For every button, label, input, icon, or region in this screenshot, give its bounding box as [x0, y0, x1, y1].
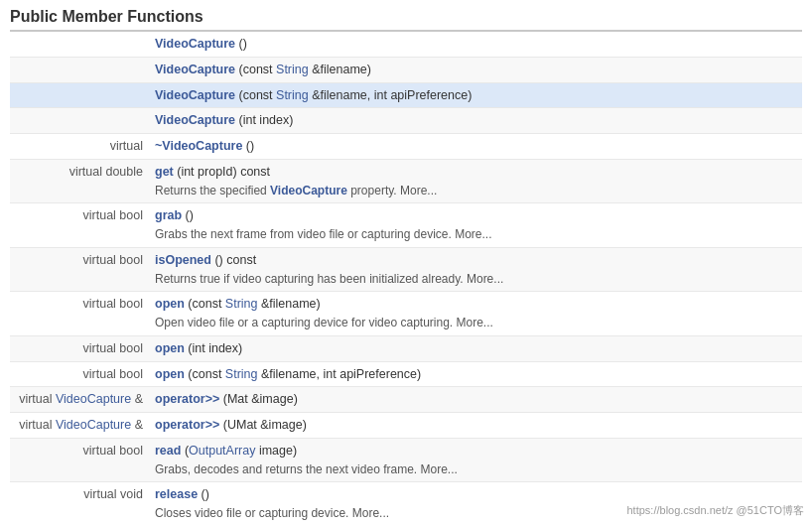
member-link[interactable]: VideoCapture — [155, 63, 235, 76]
modifier-cell: virtual bool — [10, 361, 149, 387]
modifier-cell: virtual double — [10, 159, 149, 203]
member-cell: operator>> (UMat &image) — [149, 413, 802, 439]
modifier-cell: virtual bool — [10, 438, 149, 482]
modifier-cell: virtual VideoCapture & — [10, 387, 149, 413]
member-cell: open (int index) — [149, 335, 802, 361]
modifier-cell — [10, 108, 149, 134]
member-link[interactable]: VideoCapture — [155, 88, 235, 102]
table-row: virtual VideoCapture & operator>> (UMat … — [10, 413, 802, 439]
modifier-cell: virtual bool — [10, 335, 149, 361]
member-cell: operator>> (Mat &image) — [149, 387, 802, 413]
member-link[interactable]: open — [155, 341, 185, 355]
member-link[interactable]: VideoCapture — [155, 37, 235, 51]
modifier-cell — [10, 82, 149, 108]
member-link[interactable]: open — [155, 297, 185, 311]
desc-link[interactable]: VideoCapture — [270, 184, 347, 197]
modifier-cell: virtual bool — [10, 247, 149, 292]
section-title: Public Member Functions — [10, 8, 802, 32]
table-row: VideoCapture (const String &filename) — [10, 57, 802, 82]
member-cell: open (const String &filename, int apiPre… — [149, 361, 802, 387]
table-row: virtual bool open (const String &filenam… — [10, 292, 802, 336]
string-link[interactable]: String — [225, 297, 258, 311]
member-cell: VideoCapture (const String &filename, in… — [149, 82, 802, 108]
modifier-cell: virtual bool — [10, 292, 149, 336]
table-row: virtual ~VideoCapture () — [10, 134, 802, 160]
desc-text: Grabs, decodes and returns the next vide… — [155, 462, 458, 476]
member-cell: grab () Grabs the next frame from video … — [149, 203, 802, 248]
watermark: https://blog.csdn.net/z @51CTO博客 — [627, 503, 805, 518]
vc-link[interactable]: VideoCapture — [56, 418, 131, 432]
modifier-cell: virtual void — [10, 482, 149, 526]
member-link[interactable]: release — [155, 487, 198, 501]
desc-text: Open video file or a capturing device fo… — [155, 316, 493, 329]
member-cell: open (const String &filename) Open video… — [149, 292, 802, 336]
table-row: virtual bool open (const String &filenam… — [10, 361, 802, 387]
outputarray-link[interactable]: OutputArray — [189, 444, 255, 458]
table-row: virtual bool grab () Grabs the next fram… — [10, 203, 802, 248]
member-cell: read (OutputArray image) Grabs, decodes … — [149, 438, 802, 482]
modifier-cell — [10, 57, 149, 82]
member-cell: ~VideoCapture () — [149, 134, 802, 160]
table-row: VideoCapture (int index) — [10, 108, 802, 134]
modifier-cell: virtual VideoCapture & — [10, 413, 149, 439]
table-row: virtual bool isOpened () const Returns t… — [10, 247, 802, 292]
member-cell: VideoCapture (const String &filename) — [149, 57, 802, 82]
desc-text: Returns the specified VideoCapture prope… — [155, 184, 437, 197]
member-link[interactable]: read — [155, 444, 181, 458]
string-link[interactable]: String — [276, 63, 309, 76]
modifier-cell — [10, 32, 149, 57]
member-cell: get (int propId) const Returns the speci… — [149, 159, 802, 203]
member-link[interactable]: open — [155, 367, 185, 381]
member-cell: VideoCapture () — [149, 32, 802, 57]
table-row: VideoCapture () — [10, 32, 802, 57]
desc-text: Grabs the next frame from video file or … — [155, 227, 491, 241]
desc-text: Returns true if video capturing has been… — [155, 272, 503, 286]
page-container: Public Member Functions VideoCapture () … — [0, 0, 812, 526]
member-link[interactable]: operator>> — [155, 418, 219, 432]
member-link[interactable]: isOpened — [155, 253, 211, 267]
member-link[interactable]: VideoCapture — [155, 113, 235, 127]
member-link[interactable]: ~VideoCapture — [155, 139, 242, 153]
member-cell: VideoCapture (int index) — [149, 108, 802, 134]
string-link[interactable]: String — [276, 88, 309, 102]
table-row: VideoCapture (const String &filename, in… — [10, 82, 802, 108]
table-row: virtual VideoCapture & operator>> (Mat &… — [10, 387, 802, 413]
member-link[interactable]: grab — [155, 208, 182, 222]
string-link[interactable]: String — [225, 367, 258, 381]
table-row: virtual bool open (int index) — [10, 335, 802, 361]
table-row: virtual bool read (OutputArray image) Gr… — [10, 438, 802, 482]
modifier-cell: virtual — [10, 134, 149, 160]
member-link[interactable]: operator>> — [155, 392, 219, 406]
member-link[interactable]: get — [155, 165, 174, 179]
table-row: virtual double get (int propId) const Re… — [10, 159, 802, 203]
modifier-cell: virtual bool — [10, 203, 149, 248]
member-table: VideoCapture () VideoCapture (const Stri… — [10, 32, 802, 526]
member-cell: isOpened () const Returns true if video … — [149, 247, 802, 292]
vc-link[interactable]: VideoCapture — [56, 392, 131, 406]
desc-text: Closes video file or capturing device. M… — [155, 506, 389, 520]
